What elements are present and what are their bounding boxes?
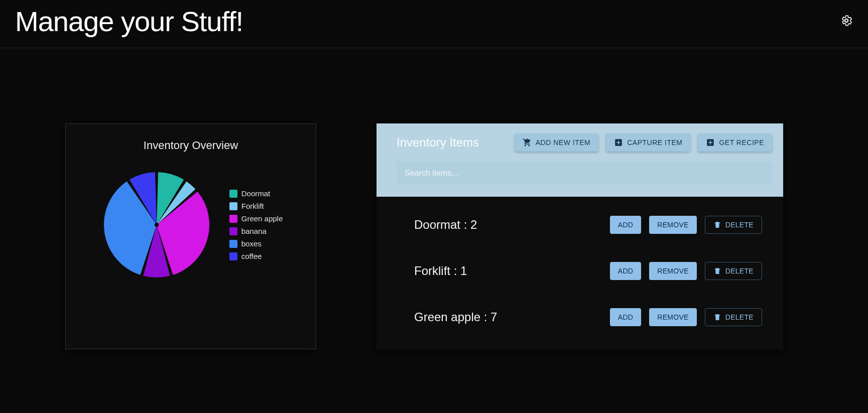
inventory-toolbar: ADD NEW ITEM CAPTURE ITEM GET RECIPE (515, 133, 772, 152)
cart-plus-icon (523, 138, 532, 147)
item-label: Doormat : 2 (414, 218, 477, 232)
delete-label: DELETE (725, 221, 754, 229)
legend-item: Doormat (229, 189, 283, 198)
delete-label: DELETE (725, 313, 754, 321)
recipe-icon (706, 138, 715, 147)
capture-item-button[interactable]: CAPTURE ITEM (606, 133, 690, 152)
legend-label: Green apple (241, 214, 283, 223)
legend-label: banana (241, 227, 267, 235)
legend-item: Forklift (229, 202, 283, 210)
legend-label: Forklift (241, 202, 264, 210)
legend-swatch (229, 227, 237, 235)
delete-label: DELETE (725, 267, 754, 275)
page-title: Manage your Stuff! (15, 5, 243, 38)
get-recipe-label: GET RECIPE (719, 139, 764, 147)
remove-button[interactable]: REMOVE (649, 262, 696, 280)
capture-icon (614, 138, 623, 147)
list-item: Forklift : 1ADDREMOVEDELETE (377, 248, 783, 294)
settings-button[interactable] (840, 14, 853, 29)
item-label: Forklift : 1 (414, 264, 467, 278)
item-actions: ADDREMOVEDELETE (610, 308, 762, 326)
remove-button[interactable]: REMOVE (649, 216, 696, 234)
add-new-item-button[interactable]: ADD NEW ITEM (515, 133, 598, 152)
add-button[interactable]: ADD (610, 308, 641, 326)
legend-label: Doormat (241, 189, 271, 198)
capture-item-label: CAPTURE ITEM (627, 139, 682, 147)
legend-swatch (229, 240, 237, 248)
gear-icon (840, 14, 853, 27)
trash-icon (713, 267, 721, 275)
legend-item: boxes (229, 239, 283, 248)
delete-button[interactable]: DELETE (705, 216, 762, 234)
inventory-list[interactable]: Doormat : 2ADDREMOVEDELETEForklift : 1AD… (377, 197, 783, 349)
inventory-title: Inventory Items (397, 135, 479, 150)
app-header: Manage your Stuff! (0, 0, 868, 48)
inventory-header: Inventory Items ADD NEW ITEM CAPTURE ITE… (377, 123, 783, 197)
get-recipe-button[interactable]: GET RECIPE (698, 133, 772, 152)
remove-button[interactable]: REMOVE (649, 308, 696, 326)
inventory-items-card: Inventory Items ADD NEW ITEM CAPTURE ITE… (377, 123, 783, 349)
legend-swatch (229, 190, 237, 198)
list-item: Green apple : 7ADDREMOVEDELETE (377, 294, 783, 340)
trash-icon (713, 221, 721, 229)
add-button[interactable]: ADD (610, 216, 641, 234)
delete-button[interactable]: DELETE (705, 262, 762, 280)
legend-swatch (229, 202, 237, 210)
chart-title: Inventory Overview (76, 139, 306, 152)
legend-item: Green apple (229, 214, 283, 223)
add-new-item-label: ADD NEW ITEM (536, 139, 590, 147)
legend-label: coffee (241, 252, 262, 260)
main-content: Inventory Overview DoormatForkliftGreen … (0, 48, 868, 349)
trash-icon (713, 313, 721, 321)
legend-item: banana (229, 227, 283, 235)
pie-chart (99, 167, 214, 283)
legend-item: coffee (229, 252, 283, 260)
legend-swatch (229, 252, 237, 260)
inventory-overview-card: Inventory Overview DoormatForkliftGreen … (65, 123, 316, 349)
chart-legend: DoormatForkliftGreen applebananaboxescof… (229, 189, 283, 260)
item-actions: ADDREMOVEDELETE (610, 262, 762, 280)
delete-button[interactable]: DELETE (705, 308, 762, 326)
search-input[interactable] (397, 162, 772, 185)
list-item: Doormat : 2ADDREMOVEDELETE (377, 202, 783, 248)
item-actions: ADDREMOVEDELETE (610, 216, 762, 234)
legend-swatch (229, 215, 237, 223)
item-label: Green apple : 7 (414, 310, 497, 324)
chart-body: DoormatForkliftGreen applebananaboxescof… (76, 167, 306, 283)
legend-label: boxes (241, 239, 262, 248)
add-button[interactable]: ADD (610, 262, 641, 280)
